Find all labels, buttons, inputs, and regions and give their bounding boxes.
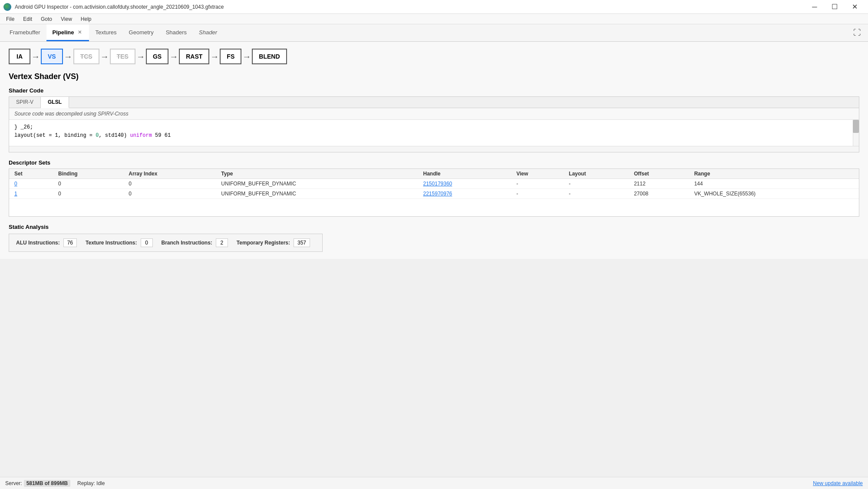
layout-1: - [564,189,629,199]
status-server: Server: 581MB of 899MB [5,480,70,487]
tab-pipeline-close[interactable]: ✕ [76,29,83,36]
col-binding: Binding [53,169,123,179]
code-line-1: } _26; [14,123,854,132]
arrow-tcs-tes: → [99,52,110,62]
binding-0: 0 [53,179,123,189]
section-title: Vertex Shader (VS) [9,72,859,81]
arrow-rast-fs: → [209,52,220,62]
col-layout: Layout [564,169,629,179]
handle-link-1[interactable]: 2215970976 [423,191,452,197]
arrayindex-1: 0 [123,189,216,199]
tab-framebuffer[interactable]: Framebuffer [3,24,46,41]
stat-label-alu: ALU Instructions: [16,240,60,246]
arrow-tes-gs: → [135,52,146,62]
status-server-label: Server: [5,480,22,486]
col-set: Set [9,169,53,179]
arrow-ia-vs: → [30,52,41,62]
tab-pipeline-label: Pipeline [53,29,74,36]
title-bar-controls: ─ ☐ ✕ [805,0,865,14]
view-1: - [511,189,564,199]
stat-value-alu: 76 [63,238,77,247]
tab-shader[interactable]: Shader [193,24,223,41]
code-decompile-notice: Source code was decompiled using SPIRV-C… [9,108,859,120]
tab-shaders[interactable]: Shaders [160,24,193,41]
type-1: UNIFORM_BUFFER_DYNAMIC [216,189,418,199]
maximize-button[interactable]: ☐ [825,0,845,14]
expand-icon[interactable]: ⛶ [850,28,865,37]
code-tab-glsl[interactable]: GLSL [41,97,69,108]
col-range: Range [689,169,859,179]
pipeline-node-blend[interactable]: BLEND [252,49,287,64]
title-bar: Android GPU Inspector - com.activision.c… [0,0,868,14]
status-update-link[interactable]: New update available [813,480,863,486]
tab-pipeline[interactable]: Pipeline ✕ [46,24,89,41]
descriptor-table: Set Binding Array Index Type Handle View… [9,169,859,216]
col-offset: Offset [629,169,689,179]
binding-1: 0 [53,189,123,199]
tab-shader-label: Shader [199,29,217,36]
tab-shaders-label: Shaders [166,29,187,36]
pipeline-diagram: IA → VS → TCS → TES → GS → RAST → FS → B… [9,49,859,64]
static-analysis-label: Static Analysis [9,224,859,230]
col-array-index: Array Index [123,169,216,179]
menu-edit[interactable]: Edit [19,15,36,23]
tab-textures-label: Textures [95,29,116,36]
static-analysis-box: ALU Instructions: 76 Texture Instruction… [9,234,323,252]
tab-geometry-label: Geometry [129,29,154,36]
menu-file[interactable]: File [2,15,19,23]
code-tab-spirv[interactable]: SPIR-V [9,97,41,108]
minimize-button[interactable]: ─ [805,0,825,14]
handle-link-0[interactable]: 2150179360 [423,181,452,187]
tab-geometry[interactable]: Geometry [123,24,160,41]
main-content: IA → VS → TCS → TES → GS → RAST → FS → B… [0,42,868,259]
pipeline-node-rast[interactable]: RAST [179,49,209,64]
title-bar-left: Android GPU Inspector - com.activision.c… [3,3,224,11]
pipeline-node-ia[interactable]: IA [9,49,30,64]
col-view: View [511,169,564,179]
code-scroll-horizontal[interactable] [9,146,859,152]
range-1: VK_WHOLE_SIZE(65536) [689,189,859,199]
range-0: 144 [689,179,859,189]
table-row: 0 0 0 UNIFORM_BUFFER_DYNAMIC 2150179360 … [9,179,859,189]
shader-code-label: Shader Code [9,87,859,94]
menu-goto[interactable]: Goto [36,15,56,23]
menu-help[interactable]: Help [76,15,96,23]
code-scroll-vertical[interactable] [853,120,859,146]
pipeline-node-tcs[interactable]: TCS [73,49,99,64]
arrow-vs-tcs: → [63,52,73,62]
descriptor-table-header: Set Binding Array Index Type Handle View… [9,169,859,179]
pipeline-node-gs[interactable]: GS [146,49,168,64]
type-0: UNIFORM_BUFFER_DYNAMIC [216,179,418,189]
layout-0: - [564,179,629,189]
pipeline-node-fs[interactable]: FS [220,49,241,64]
set-link-0[interactable]: 0 [14,181,17,187]
table-row: 1 0 0 UNIFORM_BUFFER_DYNAMIC 2215970976 … [9,189,859,199]
tab-framebuffer-label: Framebuffer [10,29,40,36]
pipeline-node-vs[interactable]: VS [41,49,63,64]
col-handle: Handle [418,169,512,179]
stat-label-tempreg: Temporary Registers: [237,240,290,246]
close-button[interactable]: ✕ [845,0,865,14]
tab-textures[interactable]: Textures [89,24,122,41]
set-link-1[interactable]: 1 [14,191,17,197]
shader-code-box: SPIR-V GLSL Source code was decompiled u… [9,96,859,152]
stat-value-branch: 2 [216,238,228,247]
stat-value-tempreg: 357 [294,238,310,247]
code-content[interactable]: } _26; layout(set = 1, binding = 0, std1… [9,120,859,146]
stat-value-texture: 0 [141,238,153,247]
title-bar-text: Android GPU Inspector - com.activision.c… [15,4,224,10]
tab-bar: Framebuffer Pipeline ✕ Textures Geometry… [0,24,868,42]
stat-label-branch: Branch Instructions: [162,240,212,246]
code-line-2: layout(set = 1, binding = 0, std140) uni… [14,132,854,140]
view-0: - [511,179,564,189]
descriptor-table-box: Set Binding Array Index Type Handle View… [9,169,859,217]
table-row-empty [9,199,859,216]
offset-0: 2112 [629,179,689,189]
status-bar: Server: 581MB of 899MB Replay: Idle New … [0,477,868,489]
menu-view[interactable]: View [56,15,76,23]
status-server-mem: 581MB of 899MB [24,480,70,487]
pipeline-node-tes[interactable]: TES [110,49,135,64]
scroll-thumb-v [853,120,859,133]
code-tabs: SPIR-V GLSL [9,97,859,108]
arrow-fs-blend: → [241,52,252,62]
